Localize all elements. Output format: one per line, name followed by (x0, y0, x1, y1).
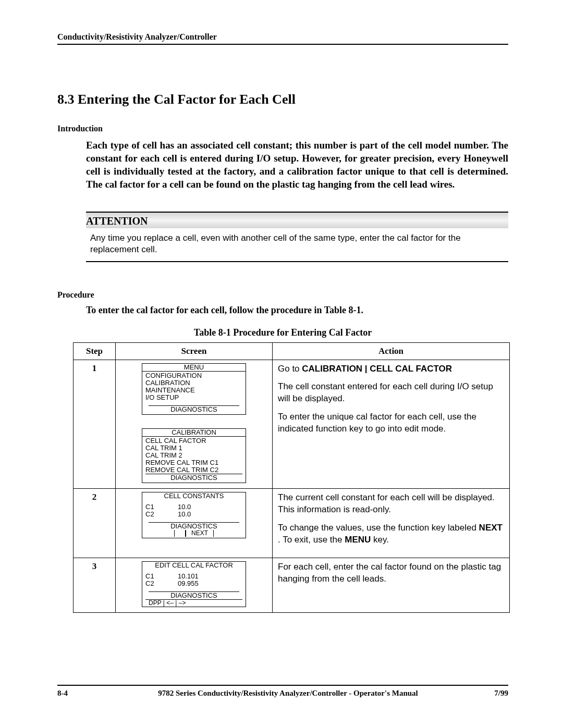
lcd-title: CALIBRATION (142, 429, 246, 437)
lcd-title: MENU (142, 364, 246, 372)
lcd-screen: CELL CONSTANTS C110.0 C210.0 DIAGNOSTICS… (142, 492, 246, 538)
lcd-diagnostics: DIAGNOSTICS (149, 591, 239, 599)
page-footer: 8-4 9782 Series Conductivity/Resistivity… (57, 685, 508, 698)
running-header: Conductivity/Resistivity Analyzer/Contro… (57, 32, 508, 45)
action-cell: The current cell constant for each cell … (273, 488, 510, 558)
footer-date: 7/99 (456, 689, 508, 698)
lcd-diagnostics: DIAGNOSTICS (149, 522, 239, 530)
table-row: 3 EDIT CELL CAL FACTOR C110.101 C209.955… (74, 558, 510, 612)
lcd-line: MAINTENANCE (145, 387, 242, 394)
col-action: Action (273, 342, 510, 360)
intro-body: Each type of cell has an associated cell… (86, 139, 508, 191)
screen-cell: CELL CONSTANTS C110.0 C210.0 DIAGNOSTICS… (116, 488, 273, 558)
intro-heading: Introduction (57, 124, 508, 133)
lcd-fkeys: NEXT (142, 530, 246, 538)
footer-title: 9782 Series Conductivity/Resistivity Ana… (120, 689, 456, 698)
lcd-line: CALIBRATION (145, 379, 242, 387)
procedure-table: Step Screen Action 1 MENU CONFIGURATION … (73, 342, 510, 613)
col-screen: Screen (116, 342, 273, 360)
procedure-heading: Procedure (57, 290, 508, 300)
screen-cell: EDIT CELL CAL FACTOR C110.101 C209.955 D… (116, 558, 273, 612)
lcd-line: CONFIGURATION (145, 372, 242, 379)
screen-cell: MENU CONFIGURATION CALIBRATION MAINTENAN… (116, 360, 273, 488)
col-step: Step (74, 342, 116, 360)
lcd-line: CAL TRIM 2 (145, 452, 242, 459)
lcd-screen: EDIT CELL CAL FACTOR C110.101 C209.955 D… (142, 561, 246, 607)
section-title: 8.3 Entering the Cal Factor for Each Cel… (57, 92, 508, 107)
lcd-fkeys (142, 413, 246, 414)
lcd-diagnostics: DIAGNOSTICS (149, 474, 239, 482)
action-cell: For each cell, enter the cal factor foun… (273, 558, 510, 612)
lcd-line: REMOVE CAL TRIM C1 (145, 459, 242, 466)
lcd-title: EDIT CELL CAL FACTOR (142, 562, 246, 569)
page-number: 8-4 (57, 689, 120, 698)
lcd-screen: MENU CONFIGURATION CALIBRATION MAINTENAN… (142, 363, 246, 415)
step-number: 2 (74, 488, 116, 558)
table-row: 2 CELL CONSTANTS C110.0 C210.0 DIAGNOSTI… (74, 488, 510, 558)
lcd-line: I/O SETUP (145, 394, 242, 401)
attention-text: Any time you replace a cell, even with a… (86, 232, 508, 255)
table-row: 1 MENU CONFIGURATION CALIBRATION MAINTEN… (74, 360, 510, 488)
step-number: 3 (74, 558, 116, 612)
attention-block: ATTENTION Any time you replace a cell, e… (86, 212, 508, 262)
lcd-title: CELL CONSTANTS (142, 492, 246, 500)
action-cell: Go to CALIBRATION | CELL CAL FACTOR The … (273, 360, 510, 488)
lcd-fkeys (142, 482, 246, 483)
lcd-diagnostics: DIAGNOSTICS (149, 405, 239, 413)
procedure-intro: To enter the cal factor for each cell, f… (86, 305, 508, 316)
lcd-line: CAL TRIM 1 (145, 445, 242, 452)
lcd-fkeys: DPP | <– | –> (145, 599, 242, 607)
attention-label: ATTENTION (86, 213, 508, 228)
lcd-screen: CALIBRATION CELL CAL FACTOR CAL TRIM 1 C… (142, 428, 246, 483)
lcd-line: REMOVE CAL TRIM C2 (145, 466, 242, 474)
table-caption: Table 8-1 Procedure for Entering Cal Fac… (57, 327, 508, 338)
lcd-line: CELL CAL FACTOR (145, 437, 242, 445)
step-number: 1 (74, 360, 116, 488)
